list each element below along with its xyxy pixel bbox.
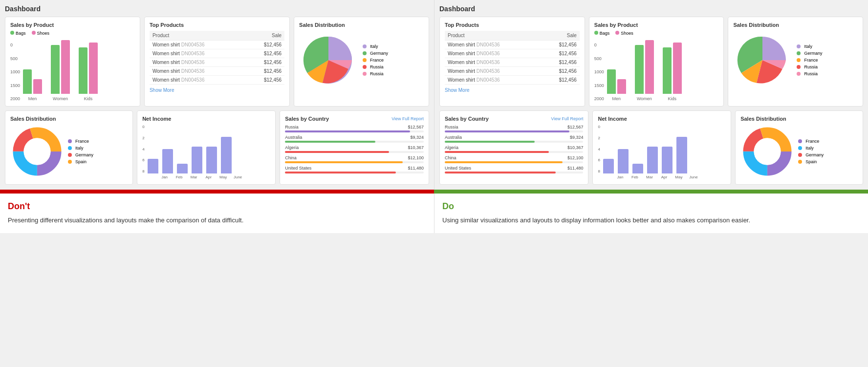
right-net-bars [603,125,726,173]
right-top-products-title: Top Products [445,22,580,28]
do-text: Using similar visualizations and layouts… [442,216,860,225]
right-view-full-report[interactable]: View Full Report [551,116,584,121]
pie-italy [328,37,352,60]
right-sales-dist-card: Sales Distribution Italy Germany France … [728,17,863,107]
do-label: Do [442,201,860,212]
bar-pair-kids: Kids [79,43,98,101]
left-show-more[interactable]: Show More [150,87,284,93]
net-bar-feb [162,149,173,173]
country-row: China$12,100 [285,155,424,163]
right-dashboard-title: Dashboard [439,5,863,13]
country-row: China$12,100 [445,155,583,163]
right-pie-container: Italy Germany France Russia Russia [733,31,858,89]
left-net-x-labels: Jan Feb Mar Apr May June [159,175,271,179]
divider-green [434,190,868,194]
table-row: Women shirt DN004536$12,456 [150,76,284,85]
right-kids-bar1 [663,47,672,94]
left-pie-legend: Italy Germany France Russia Russia [363,44,388,76]
right-pie-chart [733,31,792,89]
legend-bags: Bags [10,31,26,36]
right-bottom-row: Sales by Country View Full Report Russia… [439,110,863,185]
divider-red [0,190,434,194]
left-sales-dist-card: Sales Distribution [294,17,429,107]
left-y-axis: 2000 1500 1000 500 0 [10,43,20,101]
right-net-income-card: Net Income 8 6 4 2 0 [592,110,731,185]
left-country-header: Sales by Country View Full Report [285,116,424,122]
right-country-title: Sales by Country [445,116,489,122]
men-bar1 [23,69,32,94]
country-row: Algeria$10,367 [285,145,424,153]
right-pie-legend: Italy Germany France Russia Russia [797,44,822,76]
left-donut-card: Sales Distribution France Italy Germany … [5,110,133,185]
table-row: Women shirt DN004536$12,456 [445,49,580,58]
right-women-bar2 [645,40,654,94]
left-top-products-card: Top Products Product Sale Women shirt DN… [144,17,290,107]
bar-pair-men: Men [23,69,42,101]
left-view-full-report[interactable]: View Full Report [391,116,424,121]
left-net-income-wrapper: 8 6 4 2 0 [142,125,270,179]
country-row: Russia$12,567 [445,125,583,132]
left-bars-group: Men Women [23,40,135,101]
women-bar1 [51,45,60,94]
right-net-y-axis: 8 6 4 2 0 [598,125,601,173]
right-country-header: Sales by Country View Full Report [445,116,583,122]
right-half: Dashboard Top Products Product Sale Wome… [434,0,868,190]
left-half: Dashboard Sales by Product Bags Shoes 20… [0,0,434,190]
right-net-bar-may [662,147,673,173]
net-bar-jan [148,159,158,173]
right-sales-product-card: Sales by Product Bags Shoes 2000 1500 10… [589,17,724,107]
left-net-income-title: Net Income [142,116,270,122]
country-row: United States$11,480 [285,166,424,173]
right-country-card: Sales by Country View Full Report Russia… [439,110,588,185]
left-pie-container: Italy Germany France Russia Russia [299,31,424,89]
table-row: Women shirt DN004536$12,456 [150,41,284,49]
right-donut-container: France Italy Germany Spain [740,125,858,178]
right-donut-legend: France Italy Germany Spain [798,139,824,164]
net-bar-may [206,147,217,173]
shoes-dot [32,31,36,35]
left-top-row: Sales by Product Bags Shoes 2000 1500 10… [5,17,429,107]
left-sales-product-title: Sales by Product [10,22,135,28]
right-net-bar-feb [618,149,629,173]
right-countries-list: Russia$12,567 Australia$9,324 Algeria$10… [445,125,583,173]
right-net-bar-mar [632,164,643,173]
right-donut-chart [740,125,794,178]
divider-section [0,190,868,194]
right-bar-pair-women: Women [635,40,654,101]
right-sales-product-title: Sales by Product [594,22,719,28]
left-donut-title: Sales Distribution [10,116,128,122]
right-top-products-card: Top Products Product Sale Women shirt DN… [439,17,585,107]
left-net-income-card: Net Income 8 6 4 2 0 [137,110,276,185]
right-show-more[interactable]: Show More [445,87,580,93]
right-women-bar1 [635,45,644,94]
country-row: Australia$9,324 [445,135,583,143]
country-row: United States$11,480 [445,166,583,173]
right-sales-dist-title: Sales Distribution [733,22,858,28]
men-bar2 [33,79,42,94]
right-donut-title: Sales Distribution [740,116,858,122]
women-bar2 [61,40,70,94]
right-net-bar-apr [647,147,658,173]
dont-label: Don't [8,201,426,212]
left-sales-dist-title: Sales Distribution [299,22,424,28]
table-row: Women shirt DN004536$12,456 [445,76,580,85]
table-row: Women shirt DN004536$12,456 [150,49,284,58]
left-pie-chart [299,31,358,89]
right-net-income-wrapper: 8 6 4 2 0 [598,125,726,179]
right-bar-legend: Bags Shoes [594,31,719,36]
bar-pair-women: Women [51,40,70,101]
right-y-axis: 2000 1500 1000 500 0 [594,43,604,101]
table-row: Women shirt DN004536$12,456 [150,67,284,76]
country-row: Australia$9,324 [285,135,424,143]
right-net-x-labels: Jan Feb Mar Apr May June [615,175,726,179]
left-bottom-row: Sales Distribution France Italy Germany … [5,110,429,185]
right-net-income-title: Net Income [598,116,726,122]
left-bar-chart: 2000 1500 1000 500 0 Men [10,38,135,101]
left-bar-legend: Bags Shoes [10,31,135,36]
right-products-table: Product Sale Women shirt DN004536$12,456… [445,31,580,85]
left-country-card: Sales by Country View Full Report Russia… [280,110,429,185]
left-products-table: Product Sale Women shirt DN004536$12,456… [150,31,284,85]
country-row: Algeria$10,367 [445,145,583,153]
right-donut-card: Sales Distribution France Italy Germany … [735,110,863,185]
left-donut-container: France Italy Germany Spain [10,125,128,178]
